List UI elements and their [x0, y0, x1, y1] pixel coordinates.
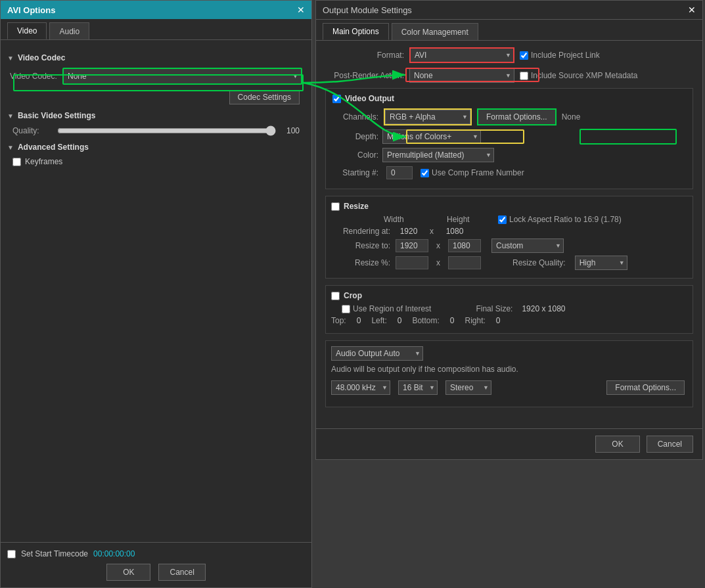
- bit-select-wrapper: 16 Bit: [398, 380, 438, 395]
- resize-wh-labels: Width Height Lock Aspect Ratio to 16:9 (…: [331, 215, 687, 224]
- channels-label: Channels:: [332, 112, 378, 122]
- resize-height-input[interactable]: [448, 239, 481, 252]
- resize-x: x: [436, 241, 440, 250]
- color-select[interactable]: Premultiplied (Matted) Straight (Unmatte…: [382, 148, 494, 162]
- lock-aspect-checkbox[interactable]: [498, 215, 507, 224]
- use-roi-text: Use Region of Interest: [353, 304, 431, 313]
- rendering-width: 1920: [396, 227, 422, 236]
- resize-preset-select[interactable]: Custom 1920x1080: [491, 238, 564, 253]
- quality-slider[interactable]: [57, 125, 276, 136]
- avi-cancel-button[interactable]: Cancel: [158, 564, 205, 581]
- output-footer: OK Cancel: [316, 428, 702, 459]
- codec-select[interactable]: None: [62, 68, 302, 85]
- basic-video-settings-header: ▼ Basic Video Settings: [7, 111, 305, 120]
- use-comp-frame-label: Use Comp Frame Number: [421, 168, 524, 177]
- avi-close-button[interactable]: ✕: [297, 5, 305, 15]
- depth-select-wrapper: Millions of Colors+ Millions of Colors: [382, 129, 481, 144]
- set-start-timecode-checkbox[interactable]: [7, 550, 16, 558]
- use-roi-checkbox[interactable]: [342, 305, 350, 313]
- starting-row: Starting #: Use Comp Frame Number: [332, 166, 686, 179]
- rendering-height: 1080: [442, 227, 468, 236]
- channels-select-wrapper: RGB + Alpha RGB Alpha: [384, 108, 472, 125]
- avi-options-dialog: AVI Options ✕ Video Audio ▼ Video Codec …: [0, 0, 312, 588]
- starting-label: Starting #:: [332, 168, 378, 177]
- resize-pct-width-input[interactable]: [396, 256, 428, 269]
- left-value: 0: [398, 316, 402, 325]
- audio-note-row: Audio will be output only if the composi…: [331, 365, 687, 374]
- resize-to-row: Resize to: x Custom 1920x1080: [331, 238, 687, 253]
- crop-label: Crop: [344, 291, 362, 300]
- include-project-link-label: Include Project Link: [520, 51, 600, 60]
- format-options-button[interactable]: Format Options...: [477, 108, 557, 125]
- codec-field-label: Video Codec:: [10, 72, 62, 81]
- include-xmp-checkbox[interactable]: [520, 72, 528, 80]
- lock-aspect-text: Lock Aspect Ratio to 16:9 (1.78): [509, 215, 622, 224]
- format-row: Format: AVI QuickTime TIFF PNG Include P…: [325, 47, 693, 63]
- freq-select[interactable]: 48.000 kHz: [331, 380, 390, 395]
- post-render-select-wrapper: None: [409, 68, 514, 83]
- resize-pct-height-input[interactable]: [448, 256, 481, 269]
- tab-audio[interactable]: Audio: [49, 22, 89, 39]
- audio-format-options-button[interactable]: Format Options...: [606, 380, 685, 395]
- right-value: 0: [496, 316, 501, 325]
- video-output-checkbox[interactable]: [332, 95, 341, 103]
- quality-row: Quality: 100: [7, 125, 305, 136]
- bit-select[interactable]: 16 Bit: [398, 380, 438, 395]
- use-comp-frame-checkbox[interactable]: [421, 169, 429, 177]
- audio-section: Audio Output Auto Audio will be output o…: [325, 340, 693, 407]
- resize-quality-select[interactable]: High Low Medium Best: [575, 256, 627, 270]
- crop-checkbox[interactable]: [331, 292, 340, 300]
- include-project-link-checkbox[interactable]: [520, 51, 528, 60]
- video-codec-section-header: ▼ Video Codec: [7, 53, 305, 62]
- resize-pct-row: Resize %: x Resize Quality: High Low Med…: [331, 256, 687, 270]
- rendering-row: Rendering at: 1920 x 1080: [331, 227, 687, 236]
- depth-select[interactable]: Millions of Colors+ Millions of Colors: [382, 129, 481, 144]
- keyframes-label: Keyframes: [25, 157, 62, 166]
- output-close-button[interactable]: ✕: [688, 5, 696, 15]
- keyframes-checkbox[interactable]: [12, 158, 21, 166]
- resize-width-input[interactable]: [396, 239, 428, 252]
- codec-select-wrapper: None: [62, 68, 302, 85]
- depth-label: Depth:: [332, 132, 378, 141]
- channels-row: Channels: RGB + Alpha RGB Alpha Format O…: [332, 108, 686, 125]
- quality-value: 100: [281, 126, 300, 135]
- bottom-label: Bottom:: [412, 316, 439, 325]
- tab-video[interactable]: Video: [7, 22, 47, 39]
- starting-number-input[interactable]: [386, 166, 413, 179]
- channels-audio-select[interactable]: Stereo: [445, 380, 491, 395]
- advanced-triangle: ▼: [7, 144, 14, 151]
- resize-quality-wrapper: High Low Medium Best: [575, 256, 627, 270]
- output-title: Output Module Settings: [323, 5, 412, 15]
- include-project-link-text: Include Project Link: [531, 51, 600, 60]
- color-label: Color:: [332, 150, 378, 160]
- use-roi-label: Use Region of Interest: [342, 304, 431, 313]
- post-render-select[interactable]: None: [409, 68, 514, 83]
- final-size-label: Final Size:: [476, 304, 512, 313]
- codec-settings-button[interactable]: Codec Settings: [229, 90, 300, 104]
- channels-select[interactable]: RGB + Alpha RGB Alpha: [385, 110, 470, 124]
- resize-header: Resize: [331, 202, 687, 211]
- channels-audio-select-wrapper: Stereo: [445, 380, 491, 395]
- avi-footer: Set Start Timecode 00:00:00:00 OK Cancel: [1, 542, 311, 587]
- basic-video-label: Basic Video Settings: [18, 111, 95, 120]
- resize-pct-x: x: [436, 258, 440, 267]
- advanced-settings-header: ▼ Advanced Settings: [7, 143, 305, 152]
- crop-roi-row: Use Region of Interest Final Size: 1920 …: [331, 304, 687, 313]
- avi-dialog-title: AVI Options: [7, 5, 55, 15]
- output-ok-button[interactable]: OK: [595, 436, 639, 453]
- format-select[interactable]: AVI QuickTime TIFF PNG: [409, 47, 514, 63]
- crop-section: Crop Use Region of Interest Final Size: …: [325, 285, 693, 334]
- resize-checkbox[interactable]: [331, 202, 340, 211]
- audio-auto-row: Audio Output Auto: [331, 346, 687, 361]
- timecode-label: Set Start Timecode: [21, 549, 88, 558]
- video-codec-triangle: ▼: [7, 55, 14, 62]
- output-module-dialog: Output Module Settings ✕ Main Options Co…: [315, 0, 703, 460]
- tab-color-management[interactable]: Color Management: [392, 23, 478, 40]
- bottom-value: 0: [450, 316, 455, 325]
- output-cancel-button[interactable]: Cancel: [647, 436, 693, 453]
- format-label: Format:: [325, 51, 404, 60]
- audio-auto-select[interactable]: Audio Output Auto: [331, 346, 423, 361]
- avi-ok-button[interactable]: OK: [106, 564, 150, 581]
- tab-main-options[interactable]: Main Options: [323, 23, 389, 40]
- top-label: Top:: [331, 316, 346, 325]
